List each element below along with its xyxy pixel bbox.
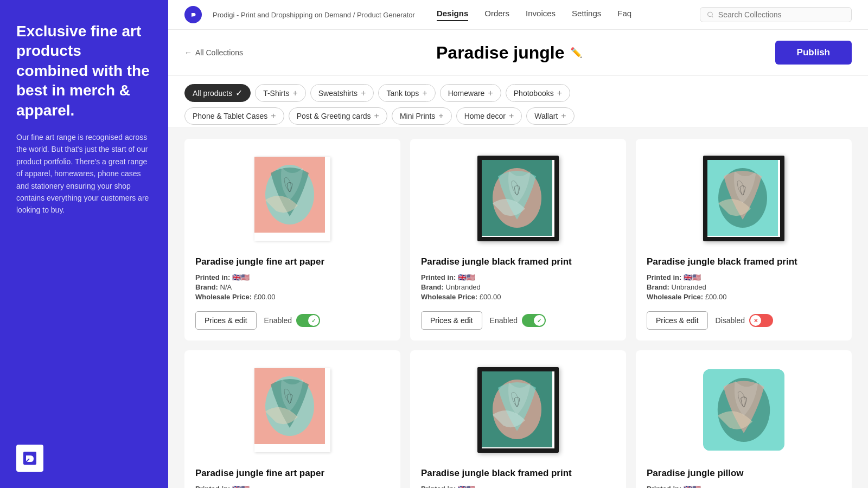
status-toggle[interactable] bbox=[296, 314, 320, 327]
filter-home-decor[interactable]: Home decor + bbox=[456, 107, 522, 125]
status-toggle[interactable] bbox=[522, 314, 546, 327]
product-card: Paradise jungle black framed print Print… bbox=[410, 350, 626, 488]
product-image-wrap bbox=[195, 150, 390, 247]
nav-invoices[interactable]: Invoices bbox=[526, 9, 556, 21]
product-image-wrap bbox=[421, 150, 615, 247]
product-name: Paradise jungle pillow bbox=[647, 467, 841, 479]
toggle-knob bbox=[534, 315, 545, 326]
product-image-wrap bbox=[195, 361, 390, 459]
search-bar[interactable] bbox=[700, 7, 852, 22]
prices-edit-button[interactable]: Prices & edit bbox=[195, 311, 257, 330]
status-label: Disabled bbox=[716, 316, 745, 325]
topbar-title: Prodigi - Print and Dropshipping on Dema… bbox=[213, 11, 415, 19]
filter-wallart[interactable]: Wallart + bbox=[526, 107, 574, 125]
product-image-wrap bbox=[647, 361, 841, 459]
toggle-wrap: Enabled bbox=[264, 314, 320, 327]
prices-edit-button[interactable]: Prices & edit bbox=[421, 311, 482, 330]
filter-sweatshirts[interactable]: Sweatshirts + bbox=[310, 84, 374, 102]
product-printed-in: Printed in: 🇬🇧🇺🇸 bbox=[647, 273, 841, 281]
publish-button[interactable]: Publish bbox=[775, 41, 852, 65]
nav-designs[interactable]: Designs bbox=[437, 9, 468, 21]
topbar: Prodigi - Print and Dropshipping on Dema… bbox=[168, 0, 868, 30]
back-link[interactable]: ← All Collections bbox=[184, 48, 243, 57]
nav-faq[interactable]: Faq bbox=[617, 9, 631, 21]
filter-photobooks[interactable]: Photobooks + bbox=[506, 84, 570, 102]
nav-orders[interactable]: Orders bbox=[484, 9, 509, 21]
toggle-knob bbox=[308, 315, 319, 326]
status-toggle[interactable] bbox=[749, 314, 773, 327]
sidebar-logo bbox=[16, 445, 43, 472]
product-card: Paradise jungle pillow Printed in: 🇬🇧🇺🇸 … bbox=[636, 350, 852, 488]
sidebar: Exclusive fine art products combined wit… bbox=[0, 0, 168, 488]
product-actions: Prices & edit Disabled bbox=[647, 311, 841, 330]
toggle-knob bbox=[750, 315, 761, 326]
search-input[interactable] bbox=[718, 10, 845, 19]
product-card: Paradise jungle fine art paper Printed i… bbox=[184, 139, 400, 341]
back-arrow: ← bbox=[184, 48, 192, 57]
product-printed-in: Printed in: 🇬🇧🇺🇸 bbox=[195, 485, 390, 488]
product-image-wrap bbox=[647, 150, 841, 247]
edit-title-icon[interactable]: ✏️ bbox=[570, 47, 582, 59]
product-wholesale-price: Wholesale Price: £00.00 bbox=[421, 293, 615, 301]
product-grid-container: Paradise jungle fine art paper Printed i… bbox=[168, 128, 868, 488]
sidebar-body: Our fine art range is recognised across … bbox=[16, 131, 152, 216]
filter-mini-prints[interactable]: Mini Prints + bbox=[392, 107, 452, 125]
product-name: Paradise jungle fine art paper bbox=[195, 467, 390, 479]
nav-settings[interactable]: Settings bbox=[572, 9, 601, 21]
product-card: Paradise jungle black framed print Print… bbox=[410, 139, 626, 341]
product-name: Paradise jungle fine art paper bbox=[195, 256, 390, 268]
back-link-label: All Collections bbox=[195, 48, 243, 57]
toggle-wrap: Disabled bbox=[716, 314, 773, 327]
search-icon bbox=[707, 11, 714, 18]
filter-all-products[interactable]: All products ✓ bbox=[184, 84, 251, 102]
status-label: Enabled bbox=[264, 316, 292, 325]
product-wholesale-price: Wholesale Price: £00.00 bbox=[647, 293, 841, 301]
topbar-nav: Designs Orders Invoices Settings Faq bbox=[437, 9, 631, 21]
filter-post-greeting[interactable]: Post & Greeting cards + bbox=[289, 107, 387, 125]
product-printed-in: Printed in: 🇬🇧🇺🇸 bbox=[421, 485, 615, 488]
product-name: Paradise jungle black framed print bbox=[647, 256, 841, 268]
filter-homeware[interactable]: Homeware + bbox=[440, 84, 501, 102]
prices-edit-button[interactable]: Prices & edit bbox=[647, 311, 708, 330]
product-actions: Prices & edit Enabled bbox=[195, 311, 390, 330]
product-wholesale-price: Wholesale Price: £00.00 bbox=[195, 293, 390, 301]
sidebar-heading: Exclusive fine art products combined wit… bbox=[16, 22, 152, 120]
product-name: Paradise jungle black framed print bbox=[421, 256, 615, 268]
filter-tank-tops[interactable]: Tank tops + bbox=[378, 84, 435, 102]
product-printed-in: Printed in: 🇬🇧🇺🇸 bbox=[421, 273, 615, 281]
filter-phone-tablet[interactable]: Phone & Tablet Cases + bbox=[184, 107, 284, 125]
filter-tshirts[interactable]: T-Shirts + bbox=[255, 84, 306, 102]
prodigi-logo bbox=[184, 6, 202, 23]
product-image-wrap bbox=[421, 361, 615, 459]
filter-all-products-check: ✓ bbox=[235, 88, 242, 98]
filter-row: All products ✓ T-Shirts + Sweatshirts + … bbox=[168, 76, 868, 128]
product-card: Paradise jungle black framed print Print… bbox=[636, 139, 852, 341]
product-grid: Paradise jungle fine art paper Printed i… bbox=[184, 139, 852, 488]
status-label: Enabled bbox=[490, 316, 518, 325]
page-title: Paradise jungle ✏️ bbox=[436, 43, 582, 63]
svg-point-2 bbox=[708, 12, 713, 17]
page-header: ← All Collections Paradise jungle ✏️ Pub… bbox=[168, 30, 868, 76]
product-name: Paradise jungle black framed print bbox=[421, 467, 615, 479]
product-printed-in: Printed in: 🇬🇧🇺🇸 bbox=[195, 273, 390, 281]
product-printed-in: Printed in: 🇬🇧🇺🇸 bbox=[647, 485, 841, 488]
page-title-text: Paradise jungle bbox=[436, 43, 565, 63]
main-content: Prodigi - Print and Dropshipping on Dema… bbox=[168, 0, 868, 488]
product-brand: Brand: N/A bbox=[195, 283, 390, 291]
product-brand: Brand: Unbranded bbox=[421, 283, 615, 291]
product-card: Paradise jungle fine art paper Printed i… bbox=[184, 350, 400, 488]
product-brand: Brand: Unbranded bbox=[647, 283, 841, 291]
product-actions: Prices & edit Enabled bbox=[421, 311, 615, 330]
toggle-wrap: Enabled bbox=[490, 314, 546, 327]
